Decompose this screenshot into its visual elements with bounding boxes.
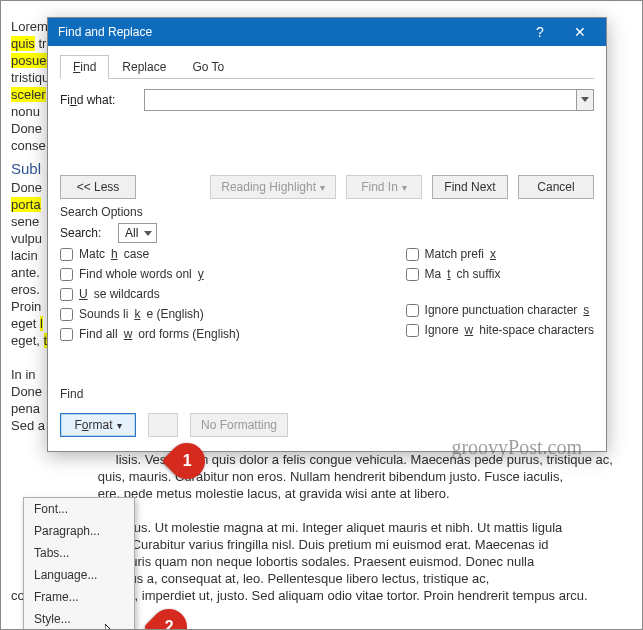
no-formatting-button[interactable]: No Formatting bbox=[190, 413, 288, 437]
checkbox-ignore-whitespace[interactable]: Ignore white-space characters bbox=[406, 323, 594, 337]
find-in-button[interactable]: Find In bbox=[346, 175, 422, 199]
menu-item-font[interactable]: Font... bbox=[24, 498, 134, 520]
dialog-tabs: Find Replace Go To bbox=[60, 54, 594, 79]
find-next-button[interactable]: Find Next bbox=[432, 175, 508, 199]
search-label: Search: bbox=[60, 226, 110, 240]
reading-highlight-button[interactable]: Reading Highlight bbox=[210, 175, 336, 199]
search-options-title: Search Options bbox=[60, 205, 594, 219]
menu-item-language[interactable]: Language... bbox=[24, 564, 134, 586]
checkbox-match-case[interactable]: Match case bbox=[60, 247, 240, 261]
format-button[interactable]: Format bbox=[60, 413, 136, 437]
checkbox-match-suffix[interactable]: Match suffix bbox=[406, 267, 594, 281]
cancel-button[interactable]: Cancel bbox=[518, 175, 594, 199]
dialog-title: Find and Replace bbox=[58, 25, 152, 39]
find-what-input[interactable] bbox=[144, 89, 576, 111]
checkbox-ignore-punct[interactable]: Ignore punctuation characters bbox=[406, 303, 594, 317]
find-section-label: Find bbox=[60, 387, 594, 401]
menu-item-paragraph[interactable]: Paragraph... bbox=[24, 520, 134, 542]
checkbox-word-forms[interactable]: Find all word forms (English) bbox=[60, 327, 240, 341]
tab-goto[interactable]: Go To bbox=[179, 55, 237, 79]
checkbox-match-prefix[interactable]: Match prefix bbox=[406, 247, 594, 261]
find-replace-dialog: Find and Replace ? ✕ Find Replace Go To … bbox=[47, 17, 607, 452]
dialog-titlebar[interactable]: Find and Replace ? ✕ bbox=[48, 18, 606, 46]
menu-item-tabs[interactable]: Tabs... bbox=[24, 542, 134, 564]
format-menu: Font... Paragraph... Tabs... Language...… bbox=[23, 497, 135, 630]
special-button[interactable] bbox=[148, 413, 178, 437]
search-direction-select[interactable]: All bbox=[118, 223, 157, 243]
checkbox-whole-words[interactable]: Find whole words only bbox=[60, 267, 240, 281]
tab-find[interactable]: Find bbox=[60, 55, 109, 79]
checkbox-sounds-like[interactable]: Sounds like (English) bbox=[60, 307, 240, 321]
find-what-label: Find what: bbox=[60, 93, 136, 107]
find-what-dropdown[interactable] bbox=[576, 89, 594, 111]
close-button[interactable]: ✕ bbox=[560, 18, 600, 46]
less-button[interactable]: << Less bbox=[60, 175, 136, 199]
cursor-icon bbox=[105, 624, 121, 630]
checkbox-wildcards[interactable]: Use wildcards bbox=[60, 287, 240, 301]
help-button[interactable]: ? bbox=[520, 18, 560, 46]
tab-replace[interactable]: Replace bbox=[109, 55, 179, 79]
menu-item-frame[interactable]: Frame... bbox=[24, 586, 134, 608]
